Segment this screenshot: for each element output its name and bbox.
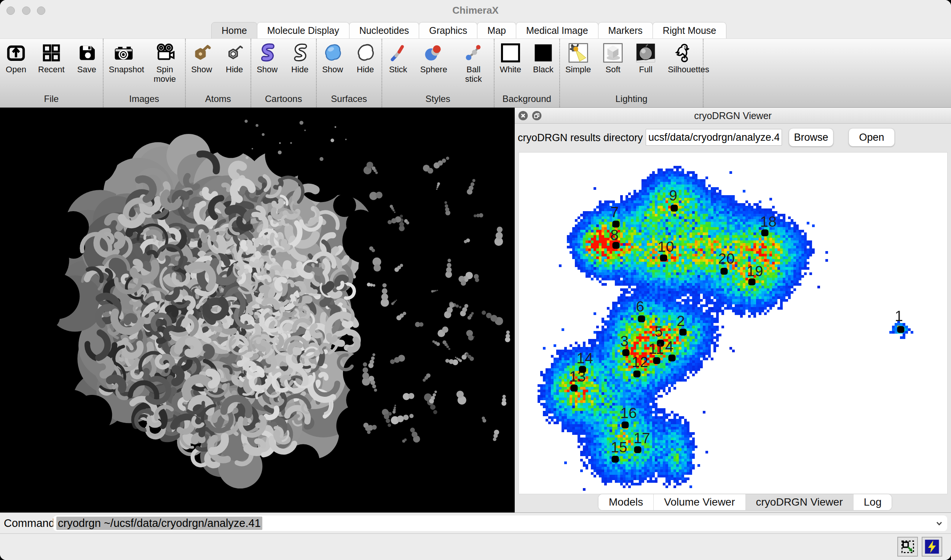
cluster-label-5: 5 xyxy=(654,323,663,340)
panel-tab-cryodrgn-viewer[interactable]: cryoDRGN Viewer xyxy=(745,494,853,510)
cluster-marker-13[interactable] xyxy=(571,385,578,391)
toolbar-item-label: Sphere xyxy=(420,65,447,74)
cartoons-show-button[interactable]: Show xyxy=(257,41,278,74)
tab-medical-image[interactable]: Medical Image xyxy=(516,22,598,38)
toolbar-item-label: Ball stick xyxy=(459,65,488,84)
window-title: ChimeraX xyxy=(0,0,951,21)
styles-sphere-button[interactable]: Sphere xyxy=(420,41,447,74)
results-directory-label: cryoDRGN results directory xyxy=(518,124,643,152)
command-label: Command: xyxy=(4,513,58,534)
command-history-chevron-icon[interactable] xyxy=(934,519,944,528)
status-bar xyxy=(0,533,951,560)
styles-stick-button[interactable]: Stick xyxy=(388,41,409,74)
browse-button[interactable]: Browse xyxy=(789,128,833,146)
toolbar-group-label: Images xyxy=(129,94,159,106)
file-save-button[interactable]: Save xyxy=(76,41,97,74)
tab-home[interactable]: Home xyxy=(211,22,257,38)
title-bar: ChimeraX xyxy=(0,0,951,21)
toolbar-group-styles: StickSphereBall stickStyles xyxy=(382,39,495,107)
lightning-button[interactable] xyxy=(922,537,942,557)
lighting-simple-button[interactable]: Simple xyxy=(565,41,591,74)
graphics-viewport[interactable] xyxy=(0,108,515,512)
results-directory-input[interactable] xyxy=(646,129,782,146)
cluster-marker-9[interactable] xyxy=(671,205,678,212)
black-bg-icon xyxy=(533,42,554,64)
surfaces-hide-button[interactable]: Hide xyxy=(355,41,376,74)
atoms-hide-button[interactable]: Hide xyxy=(224,41,245,74)
atoms-show-icon xyxy=(191,42,212,64)
cluster-marker-12[interactable] xyxy=(633,371,641,377)
atoms-show-button[interactable]: Show xyxy=(191,41,212,74)
toolbar-group-images: SnapshotSpin movieImages xyxy=(104,39,186,107)
cartoons-hide-button[interactable]: Hide xyxy=(289,41,311,74)
tab-map[interactable]: Map xyxy=(477,22,516,38)
sphere-icon xyxy=(423,42,444,64)
cluster-label-19: 19 xyxy=(747,263,763,280)
cluster-marker-15[interactable] xyxy=(612,456,619,463)
lighting-full-button[interactable]: Full xyxy=(635,41,656,74)
tab-right-mouse[interactable]: Right Mouse xyxy=(653,22,726,38)
panel-tab-models[interactable]: Models xyxy=(598,494,653,510)
mouse-mode-icon xyxy=(899,538,916,555)
cluster-marker-16[interactable] xyxy=(622,422,629,428)
cluster-marker-3[interactable] xyxy=(622,349,630,356)
simple-light-icon xyxy=(568,42,589,64)
toolbar-group-file: OpenRecentSaveFile xyxy=(0,39,104,107)
cluster-marker-1[interactable] xyxy=(897,326,905,333)
cluster-label-7: 7 xyxy=(610,204,619,221)
toolbar-item-label: Show xyxy=(257,65,278,74)
file-recent-button[interactable]: Recent xyxy=(38,41,65,74)
toolbar-group-background: WhiteBlackBackground xyxy=(495,39,560,107)
cluster-marker-11[interactable] xyxy=(653,357,661,364)
toolbar-group-label: Lighting xyxy=(616,94,648,106)
tab-molecule-display[interactable]: Molecule Display xyxy=(257,22,349,38)
panel-header[interactable]: cryoDRGN Viewer xyxy=(515,108,951,124)
cluster-marker-17[interactable] xyxy=(634,446,641,453)
styles-ball-stick-button[interactable]: Ball stick xyxy=(459,41,488,84)
images-snapshot-button[interactable]: Snapshot xyxy=(109,41,139,74)
cluster-marker-4[interactable] xyxy=(669,355,676,361)
lighting-silhouettes-button[interactable]: Silhouettes xyxy=(668,41,697,74)
background-black-button[interactable]: Black xyxy=(533,41,554,74)
images-spin-movie-button[interactable]: Spin movie xyxy=(150,41,180,84)
tab-markers[interactable]: Markers xyxy=(598,22,653,38)
camera-icon xyxy=(113,42,134,64)
toolbar-item-label: Open xyxy=(6,65,26,74)
surfaces-hide-icon xyxy=(355,42,376,64)
command-bar: Command: cryodrgn ~/ucsf/data/cryodrgn/a… xyxy=(0,512,951,533)
cluster-marker-14[interactable] xyxy=(579,366,586,373)
cluster-label-14: 14 xyxy=(576,350,593,367)
lightning-icon xyxy=(924,538,940,555)
open-results-button[interactable]: Open xyxy=(849,128,895,146)
mouse-mode-button[interactable] xyxy=(897,537,918,557)
surfaces-show-button[interactable]: Show xyxy=(322,41,343,74)
seahorse-icon xyxy=(672,42,693,64)
toolbar-item-label: Recent xyxy=(38,65,65,74)
toolbar-group-label: Atoms xyxy=(205,94,231,106)
tool-tab-bar: ModelsVolume ViewercryoDRGN ViewerLog xyxy=(598,494,892,510)
panel-tab-log[interactable]: Log xyxy=(853,494,892,510)
background-white-button[interactable]: White xyxy=(500,41,521,74)
latent-space-heatmap[interactable]: 1234567891011121314151617181920 xyxy=(519,152,948,494)
toolbar-item-label: Silhouettes xyxy=(668,65,697,74)
cluster-label-12: 12 xyxy=(632,354,648,371)
cluster-marker-10[interactable] xyxy=(660,255,667,261)
command-input[interactable]: cryodrgn ~/ucsf/data/cryodrgn/analyze.41 xyxy=(53,515,947,531)
tab-nucleotides[interactable]: Nucleotides xyxy=(349,22,420,38)
cluster-marker-6[interactable] xyxy=(638,315,645,322)
cluster-marker-18[interactable] xyxy=(761,229,769,236)
tab-graphics[interactable]: Graphics xyxy=(419,22,477,38)
cluster-label-1: 1 xyxy=(895,308,903,325)
panel-title: cryoDRGN Viewer xyxy=(515,108,951,124)
file-open-button[interactable]: Open xyxy=(5,41,27,74)
panel-tab-volume-viewer[interactable]: Volume Viewer xyxy=(653,494,745,510)
toolbar-item-label: Soft xyxy=(606,65,621,74)
open-icon xyxy=(5,42,27,64)
lighting-soft-button[interactable]: Soft xyxy=(602,41,624,74)
chimerax-window: ChimeraX HomeMolecule DisplayNucleotides… xyxy=(0,0,951,560)
cluster-label-6: 6 xyxy=(636,298,644,315)
density-map-render xyxy=(0,108,515,512)
cluster-label-10: 10 xyxy=(657,239,674,255)
cluster-marker-20[interactable] xyxy=(721,268,728,275)
cluster-marker-2[interactable] xyxy=(680,329,687,336)
